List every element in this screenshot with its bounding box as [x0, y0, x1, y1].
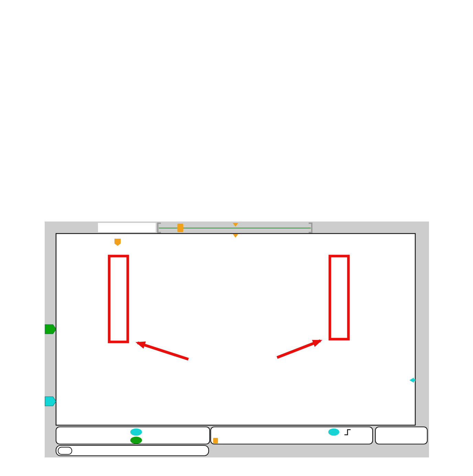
trigger-position-tag-icon	[177, 224, 183, 232]
ref-readout-box	[56, 445, 209, 456]
figure-canvas	[0, 0, 473, 476]
ch4-badge-icon	[130, 437, 142, 444]
trigger-source-badge-icon	[328, 429, 339, 436]
delay-t-icon	[213, 438, 218, 443]
oscilloscope-screenshot	[45, 222, 429, 457]
scope-menu-box	[98, 223, 156, 232]
ch2-badge-icon	[130, 429, 142, 436]
datetime-box	[375, 427, 427, 444]
